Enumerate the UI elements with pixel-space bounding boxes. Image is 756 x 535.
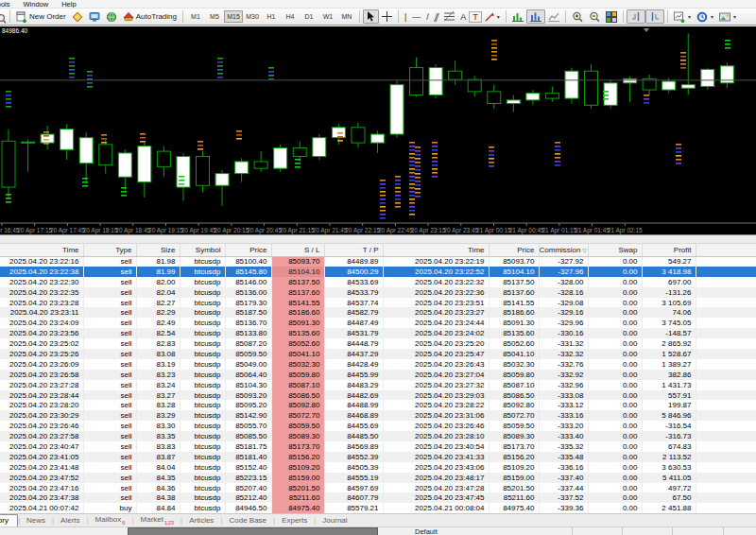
tab-history[interactable]: History bbox=[0, 514, 18, 526]
history-row[interactable]: 2025.04.20 23:28:44sell83.27btcusdp85093… bbox=[0, 390, 756, 401]
history-row[interactable]: 2025.04.20 23:28:20sell83.28btcusdp85095… bbox=[0, 400, 756, 410]
history-row[interactable]: 2025.04.20 23:30:29sell83.29btcusdp85142… bbox=[0, 410, 756, 421]
timeframe-d1[interactable]: D1 bbox=[300, 10, 318, 23]
new-order-button[interactable]: New Order bbox=[13, 9, 69, 24]
history-row[interactable]: 2025.04.20 23:40:47sell83.83btcusdp85181… bbox=[0, 441, 756, 452]
chart-shift-button[interactable] bbox=[627, 9, 645, 24]
tab-mailbox[interactable]: Mailbox6 bbox=[89, 514, 132, 526]
terminal-button[interactable] bbox=[86, 9, 103, 24]
zoom-in-button[interactable] bbox=[569, 9, 586, 24]
panel-splitter[interactable] bbox=[0, 234, 756, 244]
column-header-profit-close[interactable]: Profit bbox=[642, 244, 696, 256]
new-chart-dropdown[interactable]: ▾ bbox=[671, 9, 694, 24]
column-header-swap-close[interactable]: Swap bbox=[588, 244, 642, 256]
column-header-tp[interactable]: T / P bbox=[324, 244, 383, 256]
history-row[interactable]: 2025.04.20 23:22:16sell81.98btcusdp85100… bbox=[0, 256, 756, 267]
indicator-window-button[interactable] bbox=[526, 9, 545, 24]
timeframe-m15[interactable]: M15 bbox=[224, 10, 243, 23]
cell: btcusdp bbox=[180, 441, 225, 452]
column-header-price-close[interactable]: Price bbox=[489, 244, 539, 256]
cell: 84489.89 bbox=[324, 256, 383, 267]
indicators-button[interactable] bbox=[509, 9, 526, 24]
zoom-out-button[interactable] bbox=[586, 9, 603, 24]
history-row[interactable]: 2025.04.20 23:47:52sell84.35btcusdp85223… bbox=[0, 473, 756, 483]
horizontal-line-tool[interactable]: — bbox=[409, 9, 423, 24]
timeframe-m5[interactable]: M5 bbox=[205, 10, 224, 23]
period-dropdown[interactable]: ▾ bbox=[694, 9, 716, 24]
timeframe-w1[interactable]: W1 bbox=[318, 10, 337, 23]
text-tool[interactable]: A bbox=[457, 9, 469, 24]
history-row[interactable]: 2025.04.20 23:23:56sell82.54btcusdp85133… bbox=[0, 328, 756, 338]
arrows-dropdown[interactable]: ▾ bbox=[482, 9, 503, 24]
timeframe-mn[interactable]: MN bbox=[337, 10, 356, 23]
timeframe-h1[interactable]: H1 bbox=[262, 10, 281, 23]
column-header-size[interactable]: Size bbox=[136, 244, 180, 256]
history-row[interactable]: 2025.04.20 23:41:05sell83.87btcusdp85181… bbox=[0, 452, 756, 462]
column-header-symbol[interactable]: Symbol bbox=[180, 244, 225, 256]
history-row[interactable]: 2025.04.20 23:26:46sell83.30btcusdp85055… bbox=[0, 421, 756, 431]
menu-tools[interactable]: Tools bbox=[0, 0, 17, 9]
cell: -329.16 bbox=[539, 307, 588, 318]
toolbar-separator bbox=[623, 10, 624, 23]
cell: 2025.04.20 23:24:44 bbox=[383, 318, 489, 328]
timeframe-m30[interactable]: M30 bbox=[243, 10, 262, 23]
time-axis-label: 20 Apr 18:45 bbox=[115, 227, 150, 234]
history-row[interactable]: 2025.04.20 23:26:09sell83.19btcusdp85049… bbox=[0, 359, 756, 370]
cell: 0.00 bbox=[588, 359, 642, 370]
templates-dropdown[interactable]: ▾ bbox=[716, 9, 739, 24]
timeframe-h4[interactable]: H4 bbox=[281, 10, 300, 23]
column-header-commission-close[interactable]: Commission ▽ bbox=[539, 244, 588, 256]
label-tool[interactable]: T bbox=[469, 11, 482, 23]
cursor-tool[interactable] bbox=[363, 9, 379, 24]
price-chart[interactable]: 84986.40 20 Apr 16:4520 Apr 17:1520 Apr … bbox=[0, 26, 756, 234]
history-row[interactable]: 2025.04.20 23:41:48sell84.04btcusdp85152… bbox=[0, 462, 756, 473]
history-row[interactable]: 2025.04.20 23:22:35sell82.04btcusdp85136… bbox=[0, 287, 756, 298]
cell: btcusdp bbox=[180, 256, 225, 267]
history-row[interactable]: 2025.04.20 23:23:11sell82.29btcusdp85187… bbox=[0, 307, 756, 318]
cell: 82.83 bbox=[136, 338, 180, 349]
metaeditor-button[interactable] bbox=[69, 9, 86, 24]
column-header-sl[interactable]: S / L bbox=[271, 244, 324, 256]
tile-windows-button[interactable] bbox=[603, 9, 620, 24]
community-button[interactable] bbox=[103, 9, 120, 24]
history-row[interactable]: 2025.04.20 23:47:38sell84.38btcusdp85212… bbox=[0, 492, 756, 503]
menu-help[interactable]: Help bbox=[55, 0, 82, 9]
history-row[interactable]: 2025.04.20 23:27:28sell83.24btcusdp85104… bbox=[0, 380, 756, 390]
history-row[interactable]: 2025.04.20 23:26:58sell83.23btcusdp85064… bbox=[0, 370, 756, 380]
column-header-type[interactable]: Type bbox=[83, 244, 136, 256]
horizontal-scrollbar-thumb[interactable] bbox=[128, 527, 378, 535]
fibonacci-tool[interactable] bbox=[441, 9, 457, 24]
column-header-time-close[interactable]: Time bbox=[383, 244, 489, 256]
history-row[interactable]: 2025.04.20 23:47:16sell84.36btcusdp85207… bbox=[0, 483, 756, 493]
status-profile[interactable]: Default bbox=[379, 527, 573, 535]
history-row[interactable]: 2025.04.20 23:25:02sell82.83btcusdp85087… bbox=[0, 338, 756, 349]
tab-journal[interactable]: Journal bbox=[316, 515, 353, 526]
objects-button[interactable] bbox=[545, 9, 562, 24]
tab-market[interactable]: Market123 bbox=[134, 514, 180, 526]
timeframe-m1[interactable]: M1 bbox=[186, 10, 205, 23]
history-row[interactable]: 2025.04.20 23:22:30sell82.00btcusdp85146… bbox=[0, 277, 756, 287]
history-row[interactable]: 2025.04.20 23:23:28sell82.27btcusdp85179… bbox=[0, 298, 756, 308]
tab-alerts[interactable]: Alerts bbox=[54, 515, 86, 526]
cell: 84975.40 bbox=[271, 503, 324, 513]
history-row[interactable]: 2025.04.20 23:27:58sell83.35btcusdp85085… bbox=[0, 431, 756, 441]
history-row[interactable]: 2025.04.20 23:25:26sell83.08btcusdp85059… bbox=[0, 349, 756, 359]
crosshair-tool[interactable] bbox=[379, 9, 395, 24]
tab-code-base[interactable]: Code Base bbox=[222, 515, 273, 526]
column-header-time[interactable]: Time bbox=[0, 244, 83, 256]
chart-autoscroll-button[interactable] bbox=[645, 9, 664, 24]
tab-articles[interactable]: Articles bbox=[182, 515, 220, 526]
vertical-line-tool[interactable]: | bbox=[402, 9, 409, 24]
menu-window[interactable]: Window bbox=[17, 0, 56, 9]
autotrading-button[interactable]: AutoTrading bbox=[120, 9, 180, 24]
search-symbol-icon[interactable] bbox=[0, 11, 7, 23]
history-row-selected[interactable]: 2025.04.20 23:22:38sell81.99btcusdp85145… bbox=[0, 267, 756, 277]
cell: 2025.04.20 23:28:20 bbox=[0, 400, 83, 410]
tab-experts[interactable]: Experts bbox=[275, 515, 314, 526]
scroll-to-end-marker[interactable] bbox=[644, 28, 649, 32]
column-header-price[interactable]: Price bbox=[225, 244, 271, 256]
history-row[interactable]: 2025.04.21 00:07:42buy84.84btcusdp84946.… bbox=[0, 503, 756, 513]
tab-news[interactable]: News bbox=[20, 515, 52, 526]
history-row[interactable]: 2025.04.20 23:24:09sell82.49btcusdp85136… bbox=[0, 318, 756, 328]
time-axis-label: 20 Apr 22:15 bbox=[345, 227, 380, 234]
